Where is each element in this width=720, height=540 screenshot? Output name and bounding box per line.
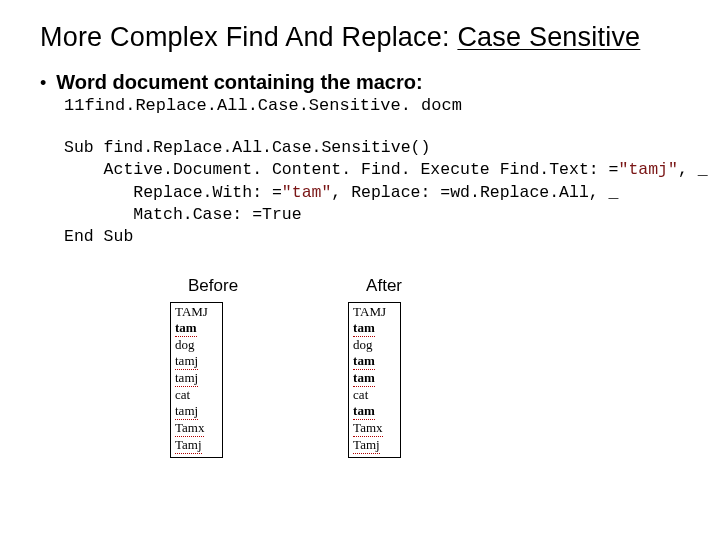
list-item: TAMJ (353, 305, 386, 320)
bullet-marker: • (40, 74, 46, 92)
list-item: dog (175, 338, 195, 353)
list-item: dog (353, 338, 373, 353)
list-item: tam (353, 404, 375, 420)
bullet-item: • Word document containing the macro: (40, 71, 680, 94)
code-line-1: Sub find.Replace.All.Case.Sensitive() (64, 138, 430, 157)
list-item: tam (353, 371, 375, 387)
list-item: Tamj (353, 438, 380, 454)
code-line-2b: , _ (678, 160, 708, 179)
list-item: tam (353, 321, 375, 337)
before-column: Before TAMJ tam dog tamj tamj cat tamj T… (170, 276, 238, 457)
code-line-5: End Sub (64, 227, 133, 246)
before-list: TAMJ tam dog tamj tamj cat tamj Tamx Tam… (170, 302, 223, 457)
macro-filename: 11find.Replace.All.Case.Sensitive. docm (64, 96, 680, 115)
list-item: cat (353, 388, 368, 403)
list-item: tam (175, 321, 197, 337)
slide-title: More Complex Find And Replace: Case Sens… (40, 22, 680, 53)
before-label: Before (188, 276, 238, 296)
list-item: cat (175, 388, 190, 403)
after-column: After TAMJ tam dog tam tam cat tam Tamx … (348, 276, 402, 457)
comparison-row: Before TAMJ tam dog tamj tamj cat tamj T… (170, 276, 680, 457)
bullet-text: Word document containing the macro: (56, 71, 422, 94)
code-line-3b: , Replace: =wd.Replace.All, _ (331, 183, 618, 202)
code-string-1: "tamj" (619, 160, 678, 179)
list-item: Tamx (175, 421, 204, 437)
code-block: Sub find.Replace.All.Case.Sensitive() Ac… (64, 137, 680, 248)
slide: More Complex Find And Replace: Case Sens… (0, 0, 720, 458)
list-item: TAMJ (175, 305, 208, 320)
code-string-2: "tam" (282, 183, 332, 202)
list-item: tamj (175, 371, 198, 387)
list-item: Tamx (353, 421, 382, 437)
code-line-4: Match.Case: =True (64, 205, 302, 224)
list-item: tamj (175, 404, 198, 420)
title-prefix: More Complex Find And Replace: (40, 22, 457, 52)
list-item: Tamj (175, 438, 202, 454)
list-item: tamj (175, 354, 198, 370)
list-item: tam (353, 354, 375, 370)
code-line-3a: Replace.With: = (64, 183, 282, 202)
title-underlined: Case Sensitive (457, 22, 640, 52)
after-list: TAMJ tam dog tam tam cat tam Tamx Tamj (348, 302, 401, 457)
code-line-2a: Active.Document. Content. Find. Execute … (64, 160, 619, 179)
after-label: After (366, 276, 402, 296)
